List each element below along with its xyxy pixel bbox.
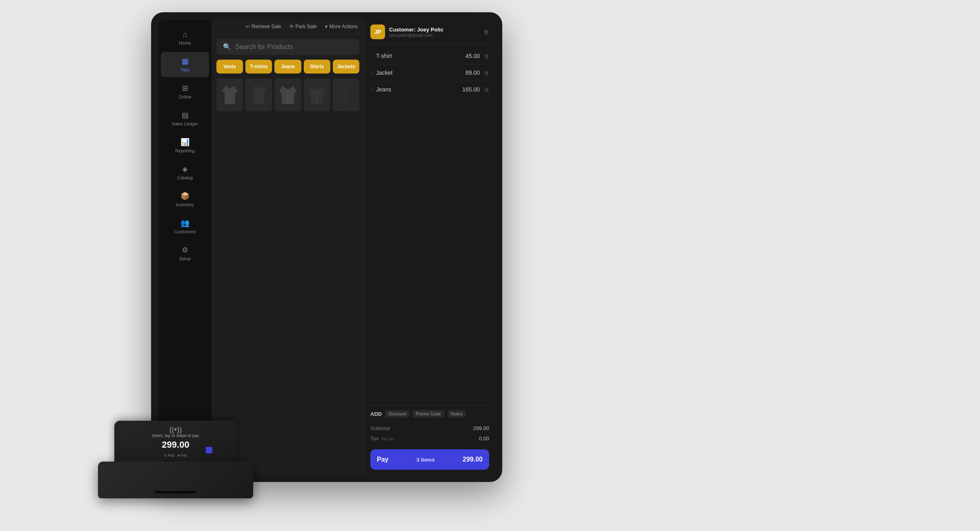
sidebar-item-home[interactable]: ⌂ Home: [161, 25, 209, 50]
inventory-icon: 📦: [180, 192, 189, 201]
product-card-1[interactable]: [216, 78, 243, 111]
sidebar-label-customers: Customers: [174, 229, 196, 234]
cart-item-delete-2[interactable]: 🗑: [484, 70, 489, 76]
sidebar: ⌂ Home ▦ Tiles ⊞ Online ▤ Sales Ledger 📊: [158, 20, 212, 475]
jacket-icon-1: [278, 84, 298, 106]
customer-delete-button[interactable]: 🗑: [483, 29, 489, 35]
subtotal-value: 299.00: [473, 425, 489, 431]
sidebar-item-catalog[interactable]: ◈ Catalog: [161, 160, 209, 185]
sidebar-label-online: Online: [178, 94, 192, 99]
category-tshirts[interactable]: T-shirts: [245, 60, 272, 74]
product-card-5[interactable]: [333, 78, 359, 111]
product-card-4[interactable]: [304, 78, 330, 111]
product-card-2[interactable]: [245, 78, 272, 111]
cart-item-price-2: 89.00: [466, 69, 480, 76]
sidebar-label-setup: Setup: [179, 256, 191, 261]
retrieve-icon: ↩: [246, 24, 250, 29]
chevron-right-icon-2: ›: [370, 70, 372, 76]
reporting-icon: 📊: [180, 138, 189, 147]
retrieve-sale-button[interactable]: ↩ Retrieve Sale: [246, 24, 281, 29]
park-sale-button[interactable]: ⟳ Park Sale: [290, 24, 317, 29]
sidebar-label-inventory: Inventory: [176, 202, 194, 207]
reader-button[interactable]: [206, 447, 212, 453]
chevron-right-icon-3: ›: [370, 87, 372, 92]
pay-button[interactable]: Pay 3 items 299.00: [370, 449, 489, 470]
discount-chip[interactable]: Discount: [385, 410, 409, 417]
main-content: ↩ Retrieve Sale ⟳ Park Sale ▾ More Actio…: [212, 20, 364, 475]
cart-panel: JP Customer: Joey Polic joey.polic@gmail…: [364, 20, 495, 475]
category-shirts[interactable]: Shirts: [304, 60, 330, 74]
subtotal-row: Subtotal 299.00: [370, 423, 489, 433]
category-jackets[interactable]: Jackets: [333, 60, 359, 74]
add-label: ADD: [370, 411, 382, 417]
product-grid: [216, 78, 359, 111]
product-card-3[interactable]: [274, 78, 301, 111]
category-vests[interactable]: Vests: [216, 60, 243, 74]
cart-item-tshirt[interactable]: › T-shirt 45.00 🗑: [365, 48, 495, 65]
gpay-icon: G Pay: [164, 453, 174, 457]
card-slot: [155, 491, 196, 493]
chevron-down-icon: ▾: [325, 24, 327, 29]
customers-icon: 👥: [180, 219, 189, 228]
customer-info: Customer: Joey Polic joey.polic@gmail.co…: [389, 27, 479, 38]
sidebar-item-sales-ledger[interactable]: ▤ Sales Ledger: [161, 106, 209, 131]
more-actions-button[interactable]: ▾ More Actions: [325, 24, 358, 29]
cart-item-jacket[interactable]: › Jacket 89.00 🗑: [365, 65, 495, 81]
cart-item-delete-3[interactable]: 🗑: [484, 87, 489, 93]
search-icon: 🔍: [223, 43, 231, 51]
reader-prompt: Insert, tap or swipe to pay: [152, 433, 199, 438]
totals: Subtotal 299.00 Tax No tax 0.00: [370, 423, 489, 444]
shirt-icon-1: [220, 84, 240, 106]
tax-row: Tax No tax 0.00: [370, 433, 489, 444]
shirt-icon-2: [249, 84, 269, 106]
customer-email: joey.polic@gmail.com: [389, 33, 479, 38]
sidebar-label-pos: Tiles: [180, 67, 190, 72]
customer-header: JP Customer: Joey Polic joey.polic@gmail…: [365, 20, 495, 45]
reader-body: [98, 462, 253, 498]
sidebar-label-ledger: Sales Ledger: [172, 121, 198, 126]
add-section: ADD Discount Promo Code Notes: [370, 410, 489, 417]
sidebar-item-setup[interactable]: ⚙ Setup: [161, 241, 209, 266]
pay-items-count: 3 items: [416, 457, 435, 463]
cart-item-name-1: T-shirt: [376, 53, 466, 59]
top-bar: ↩ Retrieve Sale ⟳ Park Sale ▾ More Actio…: [212, 20, 364, 34]
online-icon: ⊞: [182, 84, 188, 93]
cart-footer: ADD Discount Promo Code Notes Subtotal 2…: [365, 405, 495, 475]
park-icon: ⟳: [290, 24, 294, 29]
subtotal-label: Subtotal: [370, 425, 390, 431]
search-input[interactable]: [235, 43, 353, 51]
ledger-icon: ▤: [182, 111, 189, 120]
card-reader: ((•)) Insert, tap or swipe to pay 299.00…: [98, 408, 270, 498]
sidebar-item-reporting[interactable]: 📊 Reporting: [161, 133, 209, 158]
sidebar-item-inventory[interactable]: 📦 Inventory: [161, 187, 209, 212]
notes-chip[interactable]: Notes: [448, 410, 466, 417]
sidebar-label-reporting: Reporting: [175, 148, 195, 153]
sidebar-item-online[interactable]: ⊞ Online: [161, 79, 209, 104]
tax-value: 0.00: [479, 435, 489, 442]
cart-item-price-3: 165.00: [462, 86, 480, 93]
sidebar-item-pos[interactable]: ▦ Tiles: [161, 52, 209, 77]
tax-label: Tax No tax: [370, 435, 395, 442]
category-jeans[interactable]: Jeans: [274, 60, 301, 74]
jacket-icon-3: [336, 84, 356, 106]
cart-item-jeans[interactable]: › Jeans 165.00 🗑: [365, 81, 495, 98]
sidebar-label-home: Home: [179, 40, 191, 45]
home-icon: ⌂: [183, 30, 187, 39]
cart-item-name-2: Jacket: [376, 69, 466, 76]
sidebar-item-customers[interactable]: 👥 Customers: [161, 214, 209, 239]
chevron-right-icon-1: ›: [370, 53, 372, 59]
pay-amount: 299.00: [463, 456, 483, 463]
setup-icon: ⚙: [182, 245, 188, 254]
search-bar[interactable]: 🔍: [216, 39, 359, 55]
pay-label: Pay: [377, 456, 388, 463]
promo-chip[interactable]: Promo Code: [412, 410, 444, 417]
catalog-icon: ◈: [182, 165, 188, 174]
customer-avatar: JP: [370, 25, 385, 39]
cart-item-name-3: Jeans: [376, 86, 462, 93]
jacket-icon-2: [307, 84, 327, 106]
more-actions-label: More Actions: [330, 24, 358, 29]
category-buttons: Vests T-shirts Jeans Shirts Jackets: [216, 60, 359, 74]
park-sale-label: Park Sale: [296, 24, 317, 29]
cart-item-delete-1[interactable]: 🗑: [484, 53, 489, 59]
apple-pay-icon: ● Pay: [178, 453, 187, 457]
